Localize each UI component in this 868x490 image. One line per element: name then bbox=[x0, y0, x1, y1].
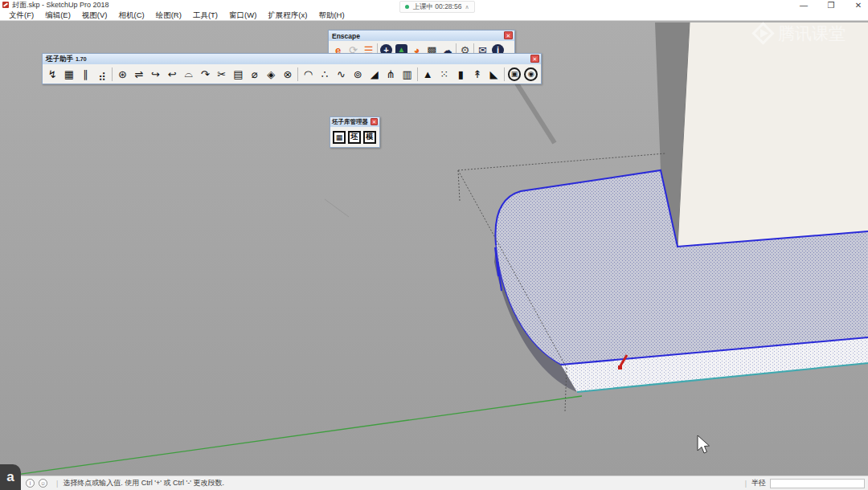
pizi-tool-icon[interactable]: ✂ bbox=[213, 66, 230, 83]
pizi-tool-icon[interactable]: ◠ bbox=[300, 66, 317, 83]
pizi-tool-icon[interactable]: ⇌ bbox=[131, 66, 148, 83]
library-pi-icon[interactable]: 坯 bbox=[348, 131, 361, 144]
statusbar-message: 选择终点或输入值. 使用 Ctrl '+' 或 Ctrl '-' 更改段数. bbox=[63, 478, 224, 488]
enscape-toolbar-title: Enscape bbox=[332, 32, 360, 40]
statusbar-divider: | bbox=[56, 480, 58, 488]
pizi-toolbar-close-icon[interactable]: ✕ bbox=[530, 55, 539, 63]
pizi-tool-icon[interactable]: ▦ bbox=[61, 66, 78, 83]
recording-status-dot bbox=[405, 5, 409, 9]
pizi-tool-icon[interactable]: ⁙ bbox=[436, 66, 453, 83]
pizi-tool-icon[interactable]: ⊚ bbox=[350, 66, 366, 83]
menu-item[interactable]: 绘图(R) bbox=[150, 10, 187, 21]
svg-text:腾讯课堂: 腾讯课堂 bbox=[778, 24, 845, 43]
pizi-round-button[interactable]: ▣ bbox=[508, 67, 522, 81]
close-button[interactable]: ✕ bbox=[854, 1, 863, 10]
pizi-tool-icon[interactable]: ◢ bbox=[366, 66, 383, 83]
restore-button[interactable]: ❐ bbox=[826, 1, 836, 10]
pizi-tool-icon[interactable]: ∴ bbox=[317, 66, 334, 83]
sketchup-file-icon bbox=[2, 2, 9, 8]
pizi-tool-icon[interactable]: ↩ bbox=[164, 66, 181, 83]
account-circle-icon[interactable]: ☺ bbox=[39, 479, 47, 488]
pizi-tool-icon[interactable]: ◣ bbox=[485, 66, 502, 83]
library-toolbar-title: 坯子库管理器 bbox=[332, 118, 368, 126]
pizi-tool-icon[interactable]: ▥ bbox=[399, 66, 416, 83]
menu-item[interactable]: 编辑(E) bbox=[39, 10, 76, 21]
library-toolbar-close-icon[interactable]: ✕ bbox=[371, 118, 378, 125]
pizi-tool-icon[interactable]: ⣴ bbox=[94, 66, 111, 83]
video-watermark-badge: a bbox=[0, 464, 21, 490]
minimize-button[interactable]: — bbox=[799, 1, 809, 10]
library-grid-icon[interactable]: ▦ bbox=[333, 131, 346, 144]
recording-status-text: 上课中 00:28:56 bbox=[412, 2, 461, 12]
menu-item[interactable]: 工具(T) bbox=[187, 10, 223, 21]
menu-item[interactable]: 相机(C) bbox=[113, 10, 149, 21]
pizi-round-button[interactable]: ◉ bbox=[524, 67, 538, 81]
pizi-tool-icon[interactable]: ⊗ bbox=[280, 66, 297, 83]
pizi-tool-icon[interactable]: ⋔ bbox=[383, 66, 399, 83]
pizi-tool-icon[interactable]: ⌀ bbox=[247, 66, 264, 83]
pizi-tool-icon[interactable]: ↪ bbox=[147, 66, 164, 83]
class-recording-pill[interactable]: 上课中 00:28:56 ∧ bbox=[399, 1, 475, 13]
statusbar-divider: | bbox=[745, 480, 747, 488]
pizi-tool-icon[interactable]: ↯ bbox=[44, 66, 61, 83]
pizi-tool-icon[interactable]: ⌓ bbox=[180, 66, 197, 83]
window-title: 封面.skp - SketchUp Pro 2018 bbox=[12, 0, 109, 10]
pizi-library-manager-toolbar: 坯子库管理器 ✕ ▦坯模 bbox=[330, 116, 380, 148]
pizi-toolbar-titlebar[interactable]: 坯子助手 1.70 ✕ bbox=[43, 54, 541, 64]
pizi-toolbar-title: 坯子助手 bbox=[46, 55, 73, 64]
measurement-box-radius[interactable] bbox=[770, 479, 865, 488]
pizi-tool-icon[interactable]: ↷ bbox=[197, 66, 214, 83]
menu-item[interactable]: 扩展程序(x) bbox=[262, 10, 313, 21]
pizi-tool-icon[interactable]: ◈ bbox=[263, 66, 280, 83]
tencent-classroom-watermark: 腾讯课堂 bbox=[753, 23, 845, 43]
measurement-label: 半径 bbox=[751, 478, 766, 488]
pizi-tool-icon[interactable]: ∿ bbox=[333, 66, 350, 83]
sketchup-window: 封面.skp - SketchUp Pro 2018 — ❐ ✕ 上课中 00:… bbox=[0, 0, 868, 490]
pizi-tool-icon[interactable]: ↟ bbox=[469, 66, 486, 83]
pizi-assistant-toolbar: 坯子助手 1.70 ✕ ↯▦∥⣴⊛⇌↪↩⌓↷✂▤⌀◈⊗◠∴∿⊚◢⋔▥▲⁙▮↟◣▣… bbox=[42, 53, 542, 84]
pizi-tool-icon[interactable]: ∥ bbox=[77, 66, 94, 83]
statusbar: i ☺ | 选择终点或输入值. 使用 Ctrl '+' 或 Ctrl '-' 更… bbox=[0, 476, 868, 490]
library-toolbar-titlebar[interactable]: 坯子库管理器 ✕ bbox=[330, 117, 379, 127]
enscape-toolbar-titlebar[interactable]: Enscape ✕ bbox=[329, 31, 514, 41]
enscape-toolbar-close-icon[interactable]: ✕ bbox=[504, 31, 513, 39]
info-circle-icon[interactable]: i bbox=[26, 479, 35, 488]
pizi-tool-icon[interactable]: ⊛ bbox=[114, 66, 131, 83]
wall-front-face[interactable] bbox=[678, 22, 868, 247]
pizi-tool-icon[interactable]: ▲ bbox=[420, 66, 436, 83]
menu-item[interactable]: 帮助(H) bbox=[313, 10, 350, 21]
model-viewport[interactable]: 腾讯课堂 bbox=[0, 21, 868, 476]
chevron-up-icon[interactable]: ∧ bbox=[465, 4, 469, 10]
pizi-tool-icon[interactable]: ▮ bbox=[452, 66, 469, 83]
pizi-tool-icon[interactable]: ▤ bbox=[230, 66, 247, 83]
menu-item[interactable]: 窗口(W) bbox=[223, 10, 262, 21]
menu-item[interactable]: 文件(F) bbox=[3, 10, 39, 21]
menu-item[interactable]: 视图(V) bbox=[76, 10, 113, 21]
library-model-icon[interactable]: 模 bbox=[363, 131, 376, 144]
pizi-toolbar-version: 1.70 bbox=[76, 56, 87, 62]
